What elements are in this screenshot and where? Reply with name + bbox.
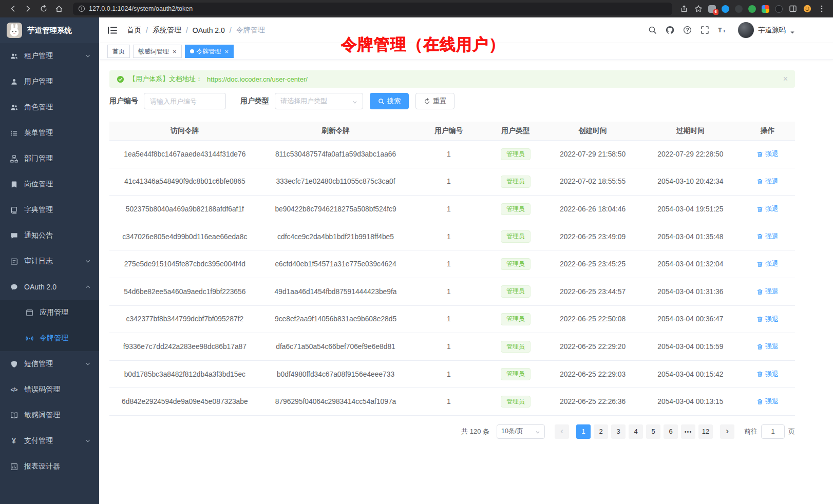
sidebar-item-report-designer[interactable]: 报表设计器 [0, 454, 99, 479]
tab-home[interactable]: 首页 [107, 45, 130, 58]
sidebar-item-oauth2-token[interactable]: 令牌管理 [0, 325, 99, 351]
sidebar-item-user[interactable]: 用户管理 [0, 69, 99, 94]
share-icon[interactable] [679, 5, 688, 13]
refresh-token-cell: be90422b8c7946218275a508bf524fc9 [260, 196, 411, 223]
force-logout-button[interactable]: 强退 [756, 259, 779, 268]
sidebar-item-notice[interactable]: 通知公告 [0, 223, 99, 248]
sidebar-item-post[interactable]: 岗位管理 [0, 171, 99, 197]
force-logout-button[interactable]: 强退 [756, 232, 779, 241]
force-logout-button[interactable]: 强退 [756, 342, 779, 351]
extension-icon[interactable] [748, 5, 756, 13]
search-form: 用户编号 用户类型 请选择用户类型 搜索 [109, 93, 795, 109]
force-logout-button[interactable]: 强退 [756, 177, 779, 186]
extension-icon[interactable] [735, 5, 743, 13]
browser-home-icon[interactable] [52, 2, 66, 15]
sidebar-item-menu[interactable]: 菜单管理 [0, 120, 99, 146]
app-logo[interactable]: 芋道管理系统 [0, 17, 99, 43]
browser-profile-avatar[interactable] [803, 5, 811, 13]
extension-icon[interactable] [722, 5, 729, 13]
sidebar-item-dict[interactable]: 字典管理 [0, 197, 99, 223]
force-logout-button[interactable]: 强退 [756, 315, 779, 324]
user-id-cell: 1 [411, 388, 486, 416]
sidebar-item-label: 通知公告 [24, 231, 91, 240]
browser-back-icon[interactable] [6, 2, 20, 15]
force-logout-button[interactable]: 强退 [756, 149, 779, 159]
breadcrumb-item[interactable]: 系统管理 [153, 26, 181, 35]
pagination-page-12[interactable]: 12 [698, 424, 713, 439]
header-tools: TT 芋道源码 [648, 22, 795, 38]
user-type-select[interactable]: 请选择用户类型 [275, 93, 363, 109]
tab-token[interactable]: 令牌管理× [185, 45, 234, 58]
extension-icon[interactable]: 6 [708, 5, 716, 13]
pagination-next-button[interactable]: › [720, 424, 734, 439]
tab-sensitive-word[interactable]: 敏感词管理× [133, 45, 182, 58]
fullscreen-icon[interactable] [700, 26, 709, 35]
extension-icon[interactable] [762, 5, 769, 13]
pagination-page-1[interactable]: 1 [576, 424, 591, 439]
reset-button[interactable]: 重置 [415, 93, 455, 109]
table-header-row: 访问令牌刷新令牌用户编号用户类型创建时间过期时间操作 [109, 122, 795, 141]
address-bar[interactable]: 127.0.0.1:1024/system/oauth2/token [73, 3, 672, 15]
font-size-icon[interactable]: TT [717, 26, 727, 35]
sidebar-item-oauth2-app[interactable]: 应用管理 [0, 300, 99, 325]
user-type-badge: 管理员 [501, 203, 531, 216]
pagination-total: 共 120 条 [461, 427, 489, 436]
user-menu[interactable]: 芋道源码 [738, 22, 795, 38]
app: 芋道管理系统 租户管理用户管理角色管理菜单管理部门管理岗位管理字典管理通知公告审… [0, 17, 833, 504]
table-row: c347026e805e4d99b0d116eae66eda8ccdfc4ce9… [109, 223, 795, 250]
search-icon[interactable] [648, 26, 657, 35]
user-id-label: 用户编号 [109, 96, 138, 106]
sidebar-item-role[interactable]: 角色管理 [0, 94, 99, 120]
browser-menu-icon[interactable] [817, 5, 826, 13]
user-type-badge: 管理员 [501, 396, 531, 408]
sidebar-item-label: 部门管理 [24, 154, 91, 163]
breadcrumb-item[interactable]: 首页 [127, 26, 141, 35]
user-id-input[interactable] [144, 93, 226, 109]
page-size-select[interactable]: 10条/页 [497, 424, 545, 439]
pagination-page-4[interactable]: 4 [629, 424, 643, 439]
close-icon[interactable]: × [173, 48, 177, 55]
user-id-cell: 1 [411, 141, 486, 168]
pagination-prev-button[interactable]: ‹ [555, 424, 569, 439]
info-icon[interactable] [78, 5, 85, 12]
goto-page-input[interactable] [761, 424, 785, 439]
close-icon[interactable]: × [783, 75, 788, 83]
force-logout-button[interactable]: 强退 [756, 204, 779, 214]
force-logout-label: 强退 [765, 342, 779, 351]
pagination-page-6[interactable]: 6 [664, 424, 678, 439]
force-logout-button[interactable]: 强退 [756, 370, 779, 379]
expire-time-cell: 2054-03-04 00:36:47 [641, 305, 741, 333]
extension-icon[interactable] [775, 5, 783, 13]
sidebar-item-error-code[interactable]: </>错误码管理 [0, 377, 99, 402]
sidebar-item-oauth2[interactable]: OAuth 2.0 [0, 274, 99, 300]
pagination-page-2[interactable]: 2 [594, 424, 608, 439]
close-icon[interactable]: × [225, 48, 229, 55]
sidebar-item-dept[interactable]: 部门管理 [0, 146, 99, 171]
browser-reload-icon[interactable] [37, 2, 50, 15]
expire-time-cell: 2022-07-29 22:28:50 [641, 141, 741, 168]
force-logout-button[interactable]: 强退 [756, 397, 779, 406]
user-type-cell: 管理员 [486, 141, 544, 168]
access-token-cell: 41c41346a548490f9dc8b01c6bfe0865 [109, 168, 260, 196]
bookmark-star-icon[interactable] [694, 5, 703, 13]
sidebar-item-tenant[interactable]: 租户管理 [0, 43, 99, 69]
sidebar-item-audit-log[interactable]: 审计日志 [0, 248, 99, 274]
code-icon: </> [10, 385, 18, 394]
sidebar-item-sms[interactable]: 短信管理 [0, 351, 99, 377]
help-icon[interactable] [683, 26, 692, 35]
split-view-icon[interactable] [788, 5, 797, 13]
pagination-more-button[interactable]: ••• [681, 424, 695, 439]
force-logout-button[interactable]: 强退 [756, 287, 779, 296]
collapse-sidebar-icon[interactable] [107, 26, 118, 35]
browser-forward-icon[interactable] [22, 2, 35, 15]
access-token-cell: c347026e805e4d99b0d116eae66eda8c [109, 223, 260, 250]
alert-doc-link[interactable]: https://doc.iocoder.cn/user-center/ [207, 75, 308, 83]
force-logout-label: 强退 [765, 370, 779, 379]
sidebar-item-sensitive-word[interactable]: 敏感词管理 [0, 402, 99, 428]
search-button[interactable]: 搜索 [370, 93, 409, 109]
sidebar-item-pay[interactable]: ¥支付管理 [0, 428, 99, 454]
breadcrumb-item[interactable]: OAuth 2.0 [193, 26, 225, 34]
pagination-page-3[interactable]: 3 [611, 424, 626, 439]
pagination-page-5[interactable]: 5 [646, 424, 660, 439]
github-icon[interactable] [665, 26, 674, 35]
